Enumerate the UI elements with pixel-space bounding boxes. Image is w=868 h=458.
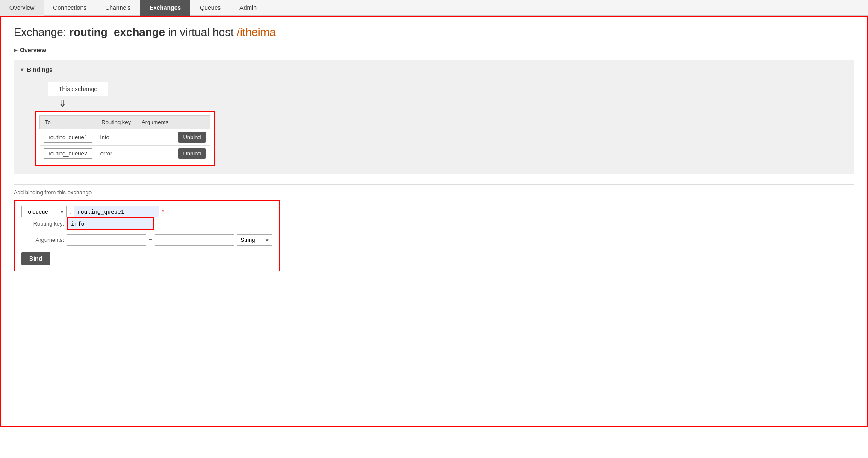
main-content: Exchange: routing_exchange in virtual ho…	[0, 16, 868, 427]
colon-separator: :	[69, 208, 71, 215]
bindings-table: To Routing key Arguments routing_queue1 …	[39, 115, 210, 161]
queue-name-1: routing_queue1	[44, 132, 92, 143]
to-queue-select-wrapper: To queue To exchange	[21, 206, 67, 217]
tab-queues[interactable]: Queues	[190, 0, 230, 16]
queue-name-input[interactable]	[74, 206, 159, 217]
bindings-arrow: ▼	[20, 67, 24, 72]
col-action	[174, 116, 210, 129]
arguments-value-input[interactable]	[155, 234, 234, 246]
overview-section-header[interactable]: ▶ Overview	[14, 44, 854, 56]
virtual-host: /itheima	[237, 26, 276, 39]
bindings-section-header[interactable]: ▼ Bindings	[14, 65, 854, 77]
routing-key-input[interactable]	[68, 218, 153, 229]
routing-key-cell-2: error	[96, 146, 136, 162]
to-queue-select[interactable]: To queue To exchange	[21, 206, 67, 217]
overview-label: Overview	[20, 47, 46, 54]
page-title: Exchange: routing_exchange in virtual ho…	[14, 26, 854, 39]
title-middle: in virtual host	[165, 26, 237, 39]
bind-button[interactable]: Bind	[21, 252, 50, 265]
queue-cell-1: routing_queue1	[40, 129, 96, 146]
bindings-label: Bindings	[27, 66, 53, 73]
arguments-label: Arguments:	[21, 237, 64, 243]
tab-admin[interactable]: Admin	[230, 0, 266, 16]
exchange-name: routing_exchange	[69, 26, 165, 39]
action-cell-1: Unbind	[174, 129, 210, 146]
tab-exchanges[interactable]: Exchanges	[140, 0, 190, 16]
col-arguments: Arguments	[136, 116, 174, 129]
routing-key-input-wrapper	[67, 217, 154, 230]
col-to: To	[40, 116, 96, 129]
table-row: routing_queue1 info Unbind	[40, 129, 210, 146]
add-binding-title: Add binding from this exchange	[14, 189, 854, 196]
routing-key-row: Routing key:	[21, 217, 272, 230]
unbind-button-1[interactable]: Unbind	[178, 132, 206, 143]
queue-name-2: routing_queue2	[44, 148, 92, 159]
nav-bar: Overview Connections Channels Exchanges …	[0, 0, 868, 16]
routing-key-label: Routing key:	[26, 220, 64, 227]
col-routing-key: Routing key	[96, 116, 136, 129]
down-arrow-icon: ⇓	[59, 98, 66, 109]
tab-channels[interactable]: Channels	[96, 0, 140, 16]
arguments-cell-1	[136, 129, 174, 146]
type-select[interactable]: String Number Boolean	[237, 234, 272, 246]
binding-form-wrapper: To queue To exchange : * Routing key: Ar…	[14, 200, 280, 271]
tab-overview[interactable]: Overview	[0, 0, 44, 16]
action-cell-2: Unbind	[174, 146, 210, 162]
arguments-key-input[interactable]	[67, 234, 146, 246]
tab-connections[interactable]: Connections	[44, 0, 96, 16]
arguments-cell-2	[136, 146, 174, 162]
unbind-button-2[interactable]: Unbind	[178, 148, 206, 159]
overview-arrow: ▶	[14, 48, 17, 53]
routing-key-cell-1: info	[96, 129, 136, 146]
queue-cell-2: routing_queue2	[40, 146, 96, 162]
to-queue-row: To queue To exchange : *	[21, 206, 272, 217]
title-prefix: Exchange:	[14, 26, 69, 39]
add-binding-section: Add binding from this exchange To queue …	[14, 184, 854, 271]
required-asterisk: *	[162, 208, 164, 215]
bindings-section: ▼ Bindings This exchange ⇓ To Routing ke…	[14, 60, 854, 174]
arguments-row: Arguments: = String Number Boolean	[21, 234, 272, 246]
table-row: routing_queue2 error Unbind	[40, 146, 210, 162]
this-exchange-box: This exchange	[48, 82, 108, 96]
type-select-wrapper: String Number Boolean	[237, 234, 272, 246]
equals-sign: =	[149, 237, 152, 243]
bindings-diagram: This exchange ⇓ To Routing key Arguments	[14, 77, 854, 170]
bindings-table-wrapper: To Routing key Arguments routing_queue1 …	[35, 111, 215, 166]
